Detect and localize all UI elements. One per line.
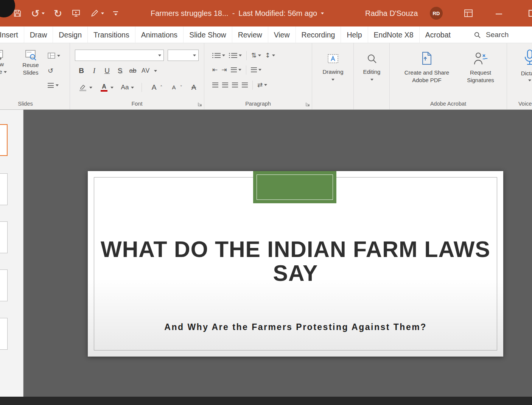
slide-thumbnail-4[interactable] — [0, 269, 8, 301]
pen-dropdown-caret[interactable] — [101, 12, 104, 14]
paragraph-dialog-launcher[interactable] — [306, 102, 310, 106]
line-spacing-button[interactable]: ⇅ — [249, 51, 263, 60]
sort-text-button[interactable]: ↕ — [263, 51, 277, 60]
redo-button[interactable]: ↻ — [54, 8, 62, 19]
tab-view[interactable]: View — [268, 26, 296, 43]
bullets-button[interactable] — [210, 51, 227, 59]
slide-thumbnail-3[interactable] — [0, 221, 8, 253]
text-direction-button[interactable] — [249, 66, 263, 74]
tab-endnote[interactable]: EndNote X8 — [368, 26, 420, 43]
tab-review[interactable]: Review — [232, 26, 268, 43]
text-shadow-button[interactable]: S — [115, 65, 124, 76]
search-box[interactable]: Search — [474, 26, 509, 43]
redo-icon: ↻ — [54, 8, 62, 19]
increase-indent-button[interactable]: ⇥ — [219, 65, 229, 75]
bold-button[interactable]: B — [77, 65, 86, 76]
strikethrough-button[interactable]: ab — [128, 65, 137, 76]
reset-slide-button[interactable]: ↺ — [48, 65, 53, 76]
clear-formatting-button[interactable]: A — [187, 80, 200, 95]
tab-help[interactable]: Help — [341, 26, 368, 43]
user-avatar[interactable]: RD — [430, 7, 443, 20]
change-case-button[interactable]: Aa — [118, 80, 136, 95]
italic-button[interactable]: I — [90, 65, 99, 76]
shrink-font-button[interactable]: Aˇ — [168, 80, 185, 95]
pen-input-button[interactable] — [90, 9, 104, 18]
arrange-text-icon: ⇄ — [257, 82, 263, 88]
tab-acrobat[interactable]: Acrobat — [420, 26, 456, 43]
tab-design[interactable]: Design — [53, 26, 88, 43]
highlight-color-bar — [79, 90, 86, 91]
tab-transitions[interactable]: Transitions — [88, 26, 135, 43]
change-case-caret — [131, 87, 134, 89]
align-right-button[interactable] — [230, 81, 240, 89]
shrink-mark-icon: ˇ — [180, 85, 183, 90]
tab-draw[interactable]: Draw — [24, 26, 53, 43]
create-share-pdf-button[interactable]: Create and Share Adobe PDF — [397, 50, 457, 84]
tab-animations[interactable]: Animations — [135, 26, 184, 43]
undo-dropdown-caret[interactable] — [42, 12, 45, 14]
new-slide-button[interactable]: New Slide — [0, 49, 15, 76]
slide-title[interactable]: WHAT DO THE INDIAN FARM LAWS SAY — [88, 238, 503, 285]
drawing-icon — [326, 53, 340, 65]
ribbon-display-options-button[interactable] — [464, 9, 473, 17]
grow-font-button[interactable]: Aˆ — [148, 80, 165, 95]
align-center-icon — [222, 83, 228, 87]
columns-button[interactable] — [229, 66, 243, 74]
undo-button[interactable]: ↺ — [31, 8, 45, 19]
align-center-button[interactable] — [220, 81, 230, 89]
character-spacing-button[interactable]: AV — [141, 65, 150, 76]
font-color-button[interactable]: A — [97, 81, 115, 94]
reuse-slides-label-line2: Slides — [23, 69, 39, 76]
slide[interactable]: WHAT DO THE INDIAN FARM LAWS SAY And Why… — [88, 171, 503, 357]
font-name-combo[interactable] — [75, 50, 164, 61]
justify-button[interactable] — [240, 81, 250, 89]
tab-recording[interactable]: Recording — [296, 26, 341, 43]
document-title: Farmers struggles 18... — [151, 9, 229, 18]
slide-thumbnail-2[interactable] — [0, 173, 8, 205]
reuse-slides-button[interactable]: Reuse Slides — [16, 49, 45, 77]
tab-insert[interactable]: Insert — [0, 26, 24, 43]
columns-caret — [238, 69, 241, 71]
drawing-menu-button[interactable]: Drawing — [312, 53, 354, 81]
request-signatures-button[interactable]: Request Signatures — [460, 50, 501, 84]
numbering-button[interactable] — [227, 51, 244, 59]
paragraph-divider-3 — [252, 81, 253, 90]
slide-subtitle[interactable]: And Why Are the Farmers Protesting Again… — [88, 322, 503, 332]
dictate-button[interactable]: Dictate — [512, 48, 532, 81]
font-group-label: Font — [70, 101, 204, 107]
title-dropdown-caret[interactable] — [321, 12, 324, 14]
section-button[interactable] — [48, 79, 59, 91]
slide-editing-canvas[interactable]: WHAT DO THE INDIAN FARM LAWS SAY And Why… — [23, 110, 532, 397]
columns-icon — [231, 67, 237, 72]
maximize-button[interactable] — [529, 10, 532, 17]
create-pdf-icon — [419, 50, 435, 67]
document-title-area[interactable]: Farmers struggles 18... - Last Modified:… — [151, 0, 324, 26]
dialog-launcher-icon — [198, 102, 202, 106]
request-signatures-icon — [472, 50, 489, 67]
slides-group-label: Slides — [0, 101, 70, 107]
sort-icon: ↕ — [265, 52, 270, 59]
start-slideshow-button[interactable] — [71, 9, 81, 18]
justify-icon — [242, 83, 248, 87]
signed-in-user-name[interactable]: Radha D'Souza — [365, 0, 418, 26]
sort-caret — [272, 55, 275, 56]
slide-layout-button[interactable] — [48, 50, 60, 61]
new-slide-caret — [4, 71, 7, 73]
align-left-button[interactable] — [210, 81, 220, 89]
highlight-button[interactable] — [76, 82, 94, 93]
font-row-divider — [142, 83, 142, 92]
editing-menu-button[interactable]: Editing — [354, 53, 390, 81]
underline-button[interactable]: U — [103, 65, 112, 76]
character-spacing-caret[interactable] — [154, 70, 157, 72]
tab-slide-show[interactable]: Slide Show — [184, 26, 232, 43]
arrange-text-button[interactable]: ⇄ — [255, 80, 269, 90]
customize-qat-button[interactable] — [113, 11, 118, 16]
font-size-combo[interactable] — [168, 50, 199, 61]
minimize-button[interactable] — [496, 14, 502, 14]
slide-thumbnail-1[interactable] — [0, 124, 8, 156]
font-dialog-launcher[interactable] — [198, 102, 202, 106]
decrease-indent-button[interactable]: ⇤ — [210, 65, 219, 75]
slide-thumbnail-5[interactable] — [0, 318, 8, 350]
green-tab-inner-border — [257, 174, 333, 200]
slide-green-tab-decoration — [253, 171, 336, 203]
